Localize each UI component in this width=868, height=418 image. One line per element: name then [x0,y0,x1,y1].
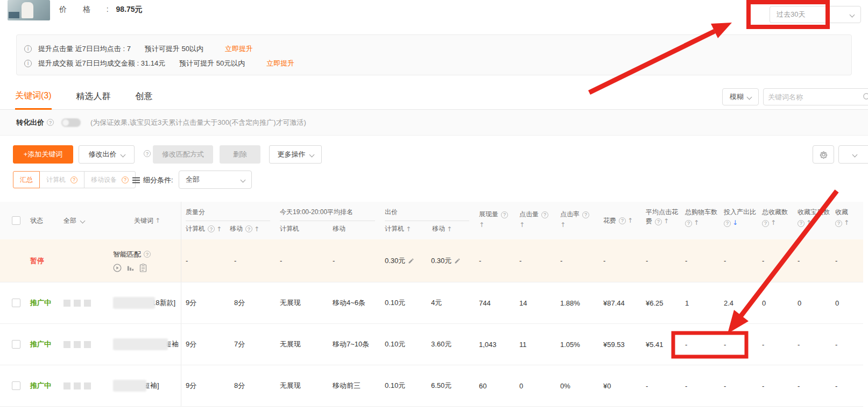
chevron-down-icon [241,177,246,182]
blurred-action-icons [63,382,91,389]
row-checkbox[interactable] [12,381,20,390]
header-fav-cut[interactable]: 收藏 ?↑ [831,202,863,239]
report-icon[interactable] [139,264,147,272]
sort-up-icon: ↑ [664,217,669,225]
sort-up-icon: ↑ [406,225,411,233]
cell-extra: - [831,324,863,365]
header-bid-pc[interactable]: 计算机↑ [385,224,432,233]
edit-pencil-icon[interactable] [408,258,414,264]
blurred-action-icons [63,341,91,348]
cell-ctr: 1.88% [556,282,599,323]
add-keyword-button[interactable]: +添加关键词 [13,145,73,164]
header-cost[interactable]: 花费?↑ [599,202,641,239]
chevron-down-icon [80,218,86,223]
search-icon[interactable] [863,93,868,101]
blurred-icon [63,300,70,307]
header-impressions[interactable]: 展现量? ↑ [475,202,515,239]
cell-fav_items: 0 [793,282,831,323]
segment-summary[interactable]: 汇总 [13,171,40,188]
header-rank-mobile: 移动 [333,224,345,233]
blurred-icon [84,300,91,307]
header-roi[interactable]: 投入产出比 ?↓ [719,202,758,239]
date-range-select[interactable]: 过去30天 [770,6,861,23]
fuzzy-match-select[interactable]: 模糊 [722,88,759,105]
play-circle-icon[interactable] [113,264,122,272]
tab-creative[interactable]: 创意 [136,84,153,110]
segment-mobile[interactable]: 移动设备 ? [84,171,136,188]
conversion-bid-bar: 转化出价 ? (为保证效果,该宝贝近3天累计点击量大于300(不含定向推广)才可… [0,110,868,136]
header-bid-mobile[interactable]: 移动↑ [432,224,452,233]
bar-chart-icon[interactable] [126,264,135,272]
modify-bid-button[interactable]: 修改出价 [79,145,135,164]
help-icon: ? [685,220,692,227]
sort-up-icon: ↑ [479,221,484,229]
header-avg-click-cost[interactable]: 平均点击花费?↑ [641,202,681,239]
cell-cost: ¥59.53 [599,324,641,365]
cell-carts: - [681,324,719,365]
cell-carts: - [681,365,719,406]
more-actions-button[interactable]: 更多操作 [269,145,322,164]
header-quality-pc[interactable]: 计算机?↑ [186,224,230,233]
help-icon: ? [619,217,626,224]
cell-qs_mobile: 7分 [230,324,276,365]
price-label: 价 格 : [59,5,109,13]
tab-keywords[interactable]: 关键词(3) [15,84,52,110]
header-keyword[interactable]: 关键词↑ [109,202,181,239]
cell-carts: 1 [681,282,719,323]
notice-estimate: 预计可提升 50元以内 [179,59,245,68]
product-image [8,0,50,20]
help-icon: ? [655,218,662,225]
blurred-icon [74,382,81,389]
edit-pencil-icon[interactable] [454,258,461,264]
segment-pc[interactable]: 计算机 ? [39,171,84,188]
help-icon: ? [501,211,508,218]
notice-row: i 提升点击量 近7日日均点击 : 7 预计可提升 50以内 立即提升 [24,41,851,56]
subdivide-select[interactable]: 全部 [179,171,252,189]
sort-up-icon: ↑ [216,225,222,233]
delete-button[interactable]: 删除 [220,145,260,164]
cell-impr: - [475,239,515,282]
conversion-bid-toggle[interactable] [61,118,81,127]
cell-bid_pc: 0.10元 [380,365,427,406]
cell-qs_mobile: 8分 [230,365,276,406]
header-ctr[interactable]: 点击率? ↑ [556,202,599,239]
boost-now-link[interactable]: 立即提升 [225,44,253,54]
segment-summary-label: 汇总 [20,175,33,185]
select-all-checkbox[interactable] [12,216,20,225]
info-icon: i [24,60,32,67]
blurred-icon [63,382,70,389]
header-status-filter[interactable]: 全部 [59,202,109,239]
help-icon: ? [541,211,548,218]
table-row: 暂停智能匹配?----0.30元0.30元---------- [0,239,863,282]
keyword-search-input[interactable] [768,93,854,101]
cell-bid_mobile: 6.50元 [427,365,475,406]
blurred-keyword [113,380,146,392]
editable-bid-cell: 0.30元 [380,239,427,282]
row-checkbox[interactable] [12,299,20,307]
header-clicks[interactable]: 点击量? ↑ [515,202,556,239]
collapse-columns-button[interactable] [838,145,868,164]
notice-text: 提升成交额 近7日日均成交金额 : 31.14元 [38,59,165,68]
cell-bid_pc: 0.10元 [380,282,427,323]
settings-button[interactable] [813,145,834,164]
status-badge: 推广中 [30,381,51,391]
help-icon: ? [208,225,215,232]
sort-down-icon: ↓ [732,219,738,226]
price-value: 98.75元 [116,5,143,13]
tab-audience[interactable]: 精选人群 [76,84,111,110]
sort-up-icon: ↑ [447,225,452,233]
row-checkbox[interactable] [12,340,20,349]
header-favs[interactable]: 总收藏数 ?↑ [758,202,793,239]
cell-cost: ¥0 [599,365,641,406]
cell-qs_pc: 9分 [181,365,230,406]
header-carts[interactable]: 总购物车数 ?↑ [681,202,719,239]
cell-impr: 1,043 [475,324,515,365]
cell-clicks: 0 [515,365,556,406]
header-quality-mobile[interactable]: 移动?↑ [230,224,259,233]
header-fav-items[interactable]: 收藏宝贝数 ?↑ [793,202,831,239]
header-group-quality: 质量分 计算机?↑ 移动?↑ [181,202,276,239]
sort-up-icon: ↑ [694,219,699,226]
boost-now-link[interactable]: 立即提升 [266,59,294,68]
device-segment-control: 汇总 计算机 ? 移动设备 ? [13,171,136,188]
modify-match-button[interactable]: 修改匹配方式 [153,145,213,164]
